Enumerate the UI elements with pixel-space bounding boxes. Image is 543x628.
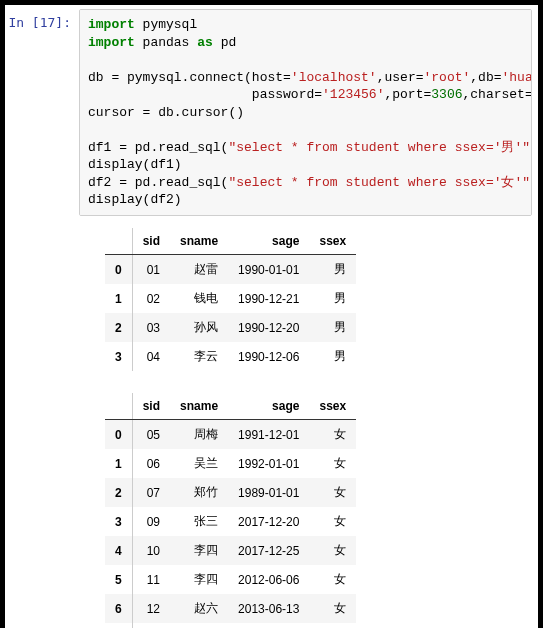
cell-sname: 钱电 <box>170 284 228 313</box>
cell-ssex: 女 <box>309 536 356 565</box>
row-index: 0 <box>105 255 132 285</box>
row-index: 3 <box>105 507 132 536</box>
col-header: sid <box>132 393 170 420</box>
cell-sname: 张三 <box>170 507 228 536</box>
cell-sid: 09 <box>132 507 170 536</box>
cell-sid: 04 <box>132 342 170 371</box>
table-row: 410李四2017-12-25女 <box>105 536 356 565</box>
cell-sage: 2013-06-13 <box>228 594 309 623</box>
cell-sage: 1991-12-01 <box>228 420 309 450</box>
cell-ssex: 男 <box>309 313 356 342</box>
cell-ssex: 女 <box>309 449 356 478</box>
code-token: import <box>88 17 135 32</box>
cell-sage: 1990-12-06 <box>228 342 309 371</box>
cell-sage: 1990-01-01 <box>228 255 309 285</box>
code-token: '123456' <box>322 87 384 102</box>
code-token: 'root' <box>423 70 470 85</box>
cell-ssex: 男 <box>309 284 356 313</box>
cell-sname: 赵雷 <box>170 255 228 285</box>
cell-ssex: 女 <box>309 594 356 623</box>
cell-sid: 05 <box>132 420 170 450</box>
table-row: 309张三2017-12-20女 <box>105 507 356 536</box>
cell-sage: 1992-01-01 <box>228 449 309 478</box>
col-header: sage <box>228 228 309 255</box>
code-input[interactable]: import pymysql import pandas as pd db = … <box>79 9 532 216</box>
table-row: 005周梅1991-12-01女 <box>105 420 356 450</box>
code-token: 3306 <box>431 87 462 102</box>
table-row: 207郑竹1989-01-01女 <box>105 478 356 507</box>
cell-sname: 李四 <box>170 536 228 565</box>
table-row: 106吴兰1992-01-01女 <box>105 449 356 478</box>
row-index: 3 <box>105 342 132 371</box>
table-header-row: sid sname sage ssex <box>105 228 356 255</box>
cell-ssex: 女 <box>309 623 356 628</box>
table-row: 102钱电1990-12-21男 <box>105 284 356 313</box>
code-token: import <box>88 35 135 50</box>
code-token: ,db) <box>530 140 532 155</box>
cell-sid: 03 <box>132 313 170 342</box>
table-row: 612赵六2013-06-13女 <box>105 594 356 623</box>
cell-sname: 吴兰 <box>170 449 228 478</box>
table-row: 001赵雷1990-01-01男 <box>105 255 356 285</box>
cell-sname: 赵六 <box>170 594 228 623</box>
col-header: sid <box>132 228 170 255</box>
cell-sname: 孙风 <box>170 313 228 342</box>
row-index: 6 <box>105 594 132 623</box>
cell-sname: 孙七 <box>170 623 228 628</box>
cell-sname: 李云 <box>170 342 228 371</box>
cell-ssex: 女 <box>309 420 356 450</box>
table-row: 511李四2012-06-06女 <box>105 565 356 594</box>
code-token: display(df1) <box>88 157 182 172</box>
cell-sid: 12 <box>132 594 170 623</box>
cell-sage: 1990-12-21 <box>228 284 309 313</box>
cell-sage: 1989-01-01 <box>228 478 309 507</box>
cell-ssex: 男 <box>309 255 356 285</box>
code-token: ,port= <box>384 87 431 102</box>
cell-sage: 2017-12-20 <box>228 507 309 536</box>
cell-sage: 2012-06-06 <box>228 565 309 594</box>
code-token: display(df2) <box>88 192 182 207</box>
code-token: ,db) <box>530 175 532 190</box>
code-token: df1 = pd.read_sql( <box>88 140 228 155</box>
col-header: sname <box>170 393 228 420</box>
output-area: sid sname sage ssex 001赵雷1990-01-01男102钱… <box>5 222 538 628</box>
code-token: 'huangwei' <box>502 70 532 85</box>
cell-sage: 2014-06-01 <box>228 623 309 628</box>
cell-sid: 02 <box>132 284 170 313</box>
col-header: sname <box>170 228 228 255</box>
cell-ssex: 女 <box>309 565 356 594</box>
code-token: password= <box>88 87 322 102</box>
row-index: 4 <box>105 536 132 565</box>
code-token: pd <box>213 35 236 50</box>
code-token: "select * from student where ssex='男'" <box>228 140 530 155</box>
code-token: ,user= <box>377 70 424 85</box>
cell-sid: 10 <box>132 536 170 565</box>
dataframe-table-1: sid sname sage ssex 001赵雷1990-01-01男102钱… <box>105 228 356 371</box>
code-token: as <box>197 35 213 50</box>
cell-sid: 11 <box>132 565 170 594</box>
cell-sname: 李四 <box>170 565 228 594</box>
code-token: pandas <box>135 35 197 50</box>
code-token: "select * from student where ssex='女'" <box>228 175 530 190</box>
table-corner <box>105 228 132 255</box>
col-header: sage <box>228 393 309 420</box>
table-row: 304李云1990-12-06男 <box>105 342 356 371</box>
dataframe-table-2: sid sname sage ssex 005周梅1991-12-01女106吴… <box>105 393 356 628</box>
code-token: ,charset= <box>463 87 533 102</box>
cell-sname: 郑竹 <box>170 478 228 507</box>
input-prompt: In [17]: <box>7 9 79 216</box>
input-cell: In [17]: import pymysql import pandas as… <box>5 5 538 222</box>
code-token: df2 = pd.read_sql( <box>88 175 228 190</box>
cell-sage: 1990-12-20 <box>228 313 309 342</box>
table-body-2: 005周梅1991-12-01女106吴兰1992-01-01女207郑竹198… <box>105 420 356 628</box>
row-index: 1 <box>105 284 132 313</box>
table-body-1: 001赵雷1990-01-01男102钱电1990-12-21男203孙风199… <box>105 255 356 372</box>
row-index: 7 <box>105 623 132 628</box>
cell-ssex: 男 <box>309 342 356 371</box>
cell-sage: 2017-12-25 <box>228 536 309 565</box>
cell-sid: 06 <box>132 449 170 478</box>
code-token: 'localhost' <box>291 70 377 85</box>
col-header: ssex <box>309 393 356 420</box>
cell-ssex: 女 <box>309 478 356 507</box>
code-token: ,db= <box>470 70 501 85</box>
